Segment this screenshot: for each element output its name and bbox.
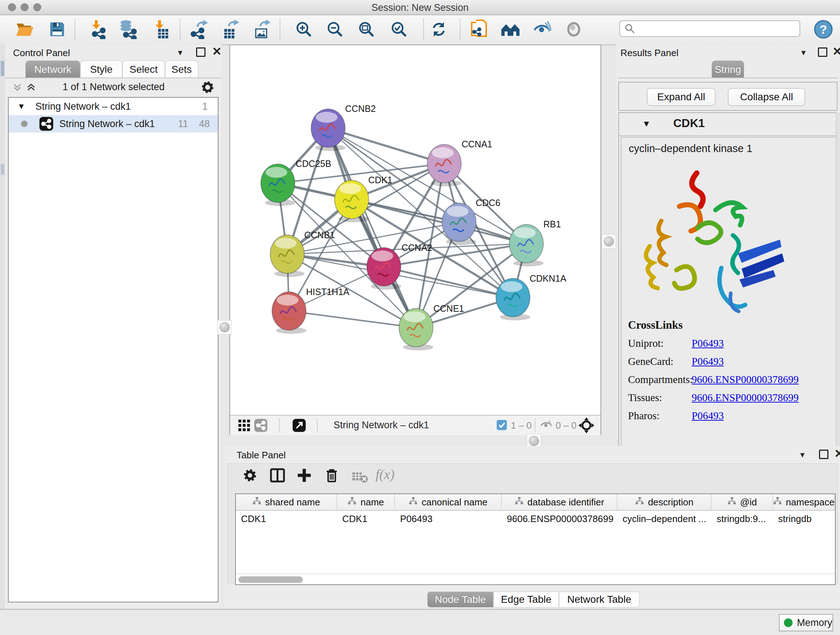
tab-select[interactable]: Select (122, 60, 165, 78)
network-graph[interactable]: CCNB2CCNA1CDC25BCDK1CDC6RB1CCNB1CCNA2CDK… (230, 45, 600, 415)
crosslink-link[interactable]: P06493 (692, 337, 724, 349)
table-cell[interactable]: CDK1 (236, 511, 337, 527)
table-row[interactable]: CDK1CDK1P064939606.ENSP00000378699cyclin… (236, 511, 835, 527)
table-column-header[interactable]: namespace (773, 494, 835, 511)
network-node[interactable]: CDC25B (261, 158, 332, 206)
table-panel-maximize-icon[interactable] (819, 450, 829, 459)
table-column-header[interactable]: @id (712, 494, 773, 511)
table-column-header[interactable]: name (337, 494, 395, 511)
expand-all-button[interactable]: Expand All (647, 88, 715, 106)
crosslink-link[interactable]: 9606.ENSP00000378699 (692, 392, 799, 404)
network-collection-row[interactable]: ▼ String Network – cdk1 1 (9, 98, 218, 115)
control-panel-maximize-icon[interactable] (196, 48, 205, 57)
string-home-button[interactable] (500, 19, 521, 40)
grid-mode-icon[interactable] (238, 419, 250, 433)
delete-column-trash-icon[interactable] (322, 466, 341, 485)
navigator-crosshair-icon[interactable] (578, 417, 595, 435)
export-table-button[interactable] (220, 19, 240, 40)
table-cell[interactable]: stringdb:9... (712, 511, 773, 527)
crosslink-link[interactable]: P06493 (692, 410, 724, 422)
collapse-all-networks-icon[interactable] (26, 82, 36, 92)
add-column-icon[interactable] (294, 466, 314, 485)
show-glyphs-button[interactable] (564, 19, 584, 40)
table-settings-gear-icon[interactable] (240, 466, 260, 485)
hide-glyphs-button[interactable] (532, 19, 553, 40)
tab-sets[interactable]: Sets (165, 60, 198, 78)
gene-expander-icon[interactable]: ▼ (642, 119, 651, 129)
table-column-header[interactable]: description (617, 494, 712, 511)
crosslink-link[interactable]: 9606.ENSP00000378699 (692, 374, 799, 386)
table-cell[interactable]: cyclin–dependent ... (617, 511, 712, 527)
network-options-gear-icon[interactable] (201, 80, 215, 96)
gutter-fragment (1, 61, 4, 76)
delete-table-icon[interactable] (350, 467, 370, 486)
selected-checkbox-icon[interactable] (496, 420, 507, 432)
results-panel-maximize-icon[interactable] (818, 48, 827, 57)
results-scrollbar[interactable] (836, 112, 840, 473)
results-panel-close-icon[interactable]: ✕ (832, 47, 840, 56)
hidden-eye-icon[interactable] (540, 419, 553, 432)
table-hscrollbar-thumb[interactable] (238, 576, 303, 583)
tab-network-table[interactable]: Network Table (559, 592, 639, 608)
expand-all-networks-icon[interactable] (12, 82, 22, 92)
zoom-in-button[interactable] (294, 19, 314, 40)
open-session-from-file-button[interactable] (469, 19, 489, 40)
zoom-out-button[interactable] (325, 19, 345, 40)
tab-style[interactable]: Style (80, 60, 122, 78)
import-table-button[interactable] (151, 19, 172, 40)
import-network-from-database-button[interactable] (118, 19, 138, 40)
net-toolbar-separator (317, 418, 317, 432)
gene-header[interactable]: ▼ CDK1 (619, 113, 837, 136)
refresh-button[interactable] (429, 19, 449, 40)
results-panel-float-icon[interactable]: ▾ (801, 48, 806, 57)
search-input[interactable] (619, 20, 800, 37)
tab-edge-table[interactable]: Edge Table (493, 592, 559, 608)
memory-button[interactable]: Memory (779, 614, 833, 631)
table-column-header[interactable]: shared name (236, 494, 337, 511)
network-node[interactable]: CCNB2 (311, 103, 376, 151)
network-node[interactable]: CDKN1A (496, 273, 567, 320)
collapse-all-button[interactable]: Collapse All (728, 88, 805, 106)
network-node[interactable]: CDC6 (442, 198, 500, 245)
save-session-button[interactable] (47, 19, 67, 40)
network-edge[interactable] (328, 128, 444, 164)
network-edge[interactable] (328, 128, 416, 328)
column-header-label: namespace (786, 497, 834, 508)
help-button[interactable]: ? (813, 19, 834, 40)
table-cell[interactable]: stringdb (773, 511, 835, 527)
table-cell[interactable]: 9606.ENSP00000378699 (502, 511, 617, 527)
control-panel-float-icon[interactable]: ▾ (178, 48, 182, 57)
results-tabs-divider (617, 78, 838, 78)
network-edge[interactable] (289, 311, 416, 328)
tab-string[interactable]: String (712, 60, 744, 78)
table-column-header[interactable]: canonical name (395, 494, 502, 511)
open-session-button[interactable] (14, 19, 35, 40)
network-row[interactable]: String Network – cdk1 11 48 (9, 115, 218, 133)
detach-view-icon[interactable] (292, 418, 306, 434)
table-panel-float-icon[interactable]: ▾ (800, 450, 805, 460)
control-panel-close-icon[interactable]: ✕ (212, 47, 222, 56)
zoom-fit-button[interactable] (356, 19, 377, 40)
crosslink-row: Compartments:9606.ENSP00000378699 (628, 374, 831, 386)
table-column-header[interactable]: database identifier (502, 494, 617, 511)
collection-expander-icon[interactable]: ▼ (17, 102, 25, 111)
table-cell[interactable]: CDK1 (337, 511, 395, 527)
network-node[interactable]: HIST1H1A (272, 287, 349, 334)
right-splitter-handle[interactable] (602, 234, 616, 249)
table-panel-close-icon[interactable]: ✕ (834, 449, 840, 458)
show-columns-icon[interactable] (268, 466, 287, 485)
network-node[interactable]: CCNB1 (270, 230, 335, 277)
network-node[interactable]: CCNE1 (399, 303, 464, 350)
export-network-button[interactable] (189, 19, 209, 40)
left-splitter-handle[interactable] (218, 320, 232, 334)
network-node[interactable]: RB1 (509, 219, 561, 266)
network-view-share-icon[interactable] (254, 418, 268, 434)
export-image-button[interactable] (252, 19, 272, 40)
tab-network[interactable]: Network (25, 60, 80, 78)
crosslink-link[interactable]: P06493 (692, 356, 724, 367)
import-network-button[interactable] (88, 19, 108, 40)
tab-node-table[interactable]: Node Table (427, 592, 493, 608)
function-builder-fx[interactable]: f(x) (376, 466, 395, 482)
table-cell[interactable]: P06493 (395, 511, 502, 527)
zoom-selected-button[interactable] (389, 19, 409, 40)
